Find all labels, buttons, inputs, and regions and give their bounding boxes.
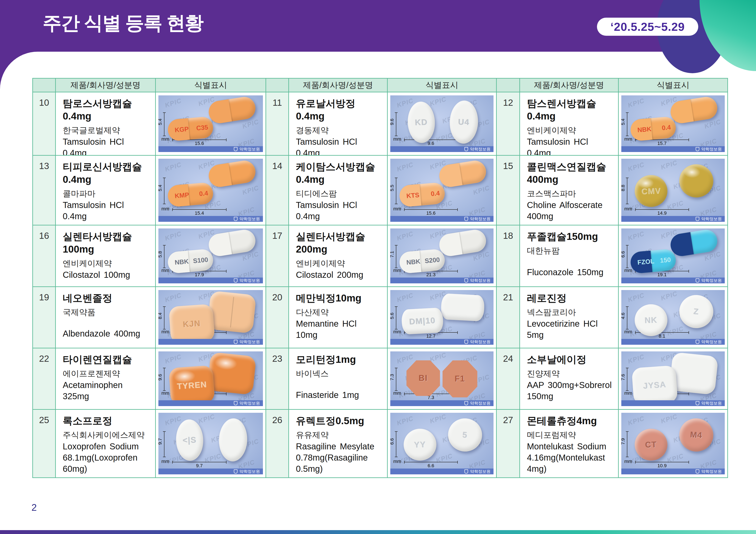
col-header-empty <box>266 79 289 92</box>
pill-image: KPICKPICKPICKPICKPICKPICKPICKPICKPIC9.7<… <box>158 413 263 474</box>
shield-icon <box>696 278 699 283</box>
pill-image: KPICKPICKPICKPICKPICKPICKPICKPICKPIC9.6U… <box>390 95 494 152</box>
pill-marking: CT <box>634 428 668 461</box>
dimension-value-vertical: 5.4 <box>621 119 626 125</box>
dimension-line-vertical <box>396 431 396 457</box>
product-cell: 콜린맥스연질캡슐 400mg코스맥스파마Choline Alfoscerate … <box>520 156 619 225</box>
identification-cell: KPICKPICKPICKPICKPICKPICKPICKPICKPIC8.4K… <box>156 287 266 348</box>
ingredient-name: Albendazole 400mg <box>63 328 149 343</box>
kpic-watermark: KPIC <box>660 159 678 171</box>
row-number: 22 <box>39 354 49 364</box>
pill-marking: NK <box>634 304 668 337</box>
image-footer: 약학정보원 <box>621 146 725 152</box>
image-footer: 약학정보원 <box>621 339 725 345</box>
product-cell: 모리턴정1mg바이넥스Finasteride 1mg <box>289 348 388 410</box>
image-footer: 약학정보원 <box>158 216 263 222</box>
pill-marking: FZOL <box>637 258 655 267</box>
page-number: 2 <box>32 502 37 513</box>
ingredient-name: Tamsulosin HCl 0.4mg <box>63 199 149 225</box>
kpic-watermark: KPIC <box>164 353 182 365</box>
image-footer: 약학정보원 <box>621 216 725 222</box>
dimension-value-horizontal: 14.9 <box>635 210 689 216</box>
pill-front: DM|10 <box>401 308 444 335</box>
product-cell: 탐스렌서방캡슐0.4mg엔비케이제약Tamsulosin HCl 0.4mg <box>520 92 619 156</box>
identification-cell: KPICKPICKPICKPICKPICKPICKPICKPICKPIC5.4K… <box>156 92 266 156</box>
dimension-unit-label: mm <box>624 267 632 273</box>
dimension-line-horizontal <box>172 209 227 210</box>
pill-image: KPICKPICKPICKPICKPICKPICKPICKPICKPIC5.5K… <box>390 159 494 222</box>
shield-icon <box>696 401 699 405</box>
ingredient-name: Loxoprofen Sodium 68.1mg(Loxoprofen 60mg… <box>63 441 149 477</box>
pill-back: M4 <box>678 417 715 453</box>
pill-image: KPICKPICKPICKPICKPICKPICKPICKPICKPIC5.4K… <box>158 95 263 152</box>
row-number-cell: 17 <box>266 225 289 287</box>
kpic-watermark: KPIC <box>627 415 645 427</box>
dimension-value-horizontal: 7.3 <box>404 395 458 400</box>
identification-cell: KPICKPICKPICKPICKPICKPICKPICKPICKPIC9.6U… <box>388 92 497 156</box>
dimension-line-vertical <box>396 113 396 136</box>
pill-marking: KD <box>407 101 436 143</box>
col-header-product: 제품/회사명/성분명 <box>289 79 388 92</box>
row-number-cell: 22 <box>33 348 56 410</box>
product-name: 유렉트정0.5mg <box>296 415 381 427</box>
company-name: 넥스팜코리아 <box>527 307 612 318</box>
row-number: 17 <box>272 231 282 241</box>
ingredient-name: Memantine HCl 10mg <box>296 318 381 344</box>
pill-marking: S200 <box>424 256 440 265</box>
ingredient-name: Cilostazol 200mg <box>296 269 381 284</box>
dimension-unit-label: mm <box>393 329 401 335</box>
date-badge: ‘20.5.25~5.29 <box>597 18 698 36</box>
page: 주간 식별 등록 현황 ‘20.5.25~5.29 제품/회사명/성분명식별표시… <box>0 0 756 534</box>
shield-icon <box>464 340 468 344</box>
pill-marking: JYSA <box>632 365 678 405</box>
pill-marking: KMP <box>174 191 189 200</box>
pill-marking: KJN <box>169 304 215 344</box>
company-name: 콜마파마 <box>63 188 149 199</box>
dimension-unit-label: mm <box>161 136 169 142</box>
product-cell: 유로날서방정0.4mg경동제약Tamsulosin HCl 0.4mg <box>289 92 388 156</box>
kpic-watermark: KPIC <box>627 230 645 242</box>
pill-marking: NBK <box>174 258 189 267</box>
dimension-unit-label: mm <box>161 459 169 464</box>
pill-back <box>218 418 248 462</box>
identification-cell: KPICKPICKPICKPICKPICKPICKPICKPICKPIC9.7<… <box>156 410 266 477</box>
row-number-cell: 16 <box>33 225 56 287</box>
pill-marking: KTS <box>406 191 419 200</box>
image-footer-label: 약학정보원 <box>239 469 260 474</box>
kpic-watermark: KPIC <box>627 97 645 109</box>
dimension-line-vertical <box>164 368 164 391</box>
identification-cell: KPICKPICKPICKPICKPICKPICKPICKPICKPIC5.4K… <box>156 156 266 225</box>
product-cell: 푸졸캡슐150mg대한뉴팜Fluconazole 150mg <box>520 225 619 287</box>
kpic-watermark: KPIC <box>164 291 182 304</box>
image-footer-label: 약학정보원 <box>239 278 260 283</box>
identification-cell: KPICKPICKPICKPICKPICKPICKPICKPICKPIC7.1N… <box>388 225 497 287</box>
company-name: 엔비케이제약 <box>63 258 149 269</box>
row-number-cell: 13 <box>33 156 56 225</box>
dimension-value-vertical: 9.6 <box>390 119 395 125</box>
product-cell: 티피로신서방캡슐0.4mg콜마파마Tamsulosin HCl 0.4mg <box>56 156 156 225</box>
kpic-watermark: KPIC <box>396 230 414 242</box>
identification-cell: KPICKPICKPICKPICKPICKPICKPICKPICKPIC5.5K… <box>388 156 497 225</box>
dimension-value-vertical: 7.9 <box>621 438 626 445</box>
pill-marking: C35 <box>196 124 208 132</box>
pill-image: KPICKPICKPICKPICKPICKPICKPICKPICKPIC5.4K… <box>158 159 263 222</box>
product-name: 소부날에이정 <box>527 353 612 366</box>
dimension-value-vertical: 6.6 <box>621 251 626 258</box>
pill-front: CT <box>634 428 668 461</box>
row-number: 16 <box>39 231 49 241</box>
identification-cell: KPICKPICKPICKPICKPICKPICKPICKPICKPIC7.9M… <box>619 410 727 477</box>
ingredient-name: Levocetirizine HCl 5mg <box>527 318 612 344</box>
pill-front: KJN <box>169 304 215 344</box>
kpic-watermark: KPIC <box>396 161 414 173</box>
dimension-line-vertical <box>396 306 396 329</box>
product-name: 몬테롤츄정4mg <box>527 415 612 427</box>
dimension-unit-label: mm <box>161 267 169 273</box>
dimension-value-vertical: 5.4 <box>158 119 163 125</box>
ingredient-name: Finasteride 1mg <box>296 389 381 404</box>
dimension-line-vertical <box>396 368 396 391</box>
image-footer: 약학정보원 <box>390 216 494 222</box>
kpic-watermark: KPIC <box>396 291 414 304</box>
col-header-identification: 식별표시 <box>388 79 497 92</box>
company-name: 바이넥스 <box>296 368 381 379</box>
bottom-gradient-bar <box>0 530 756 534</box>
